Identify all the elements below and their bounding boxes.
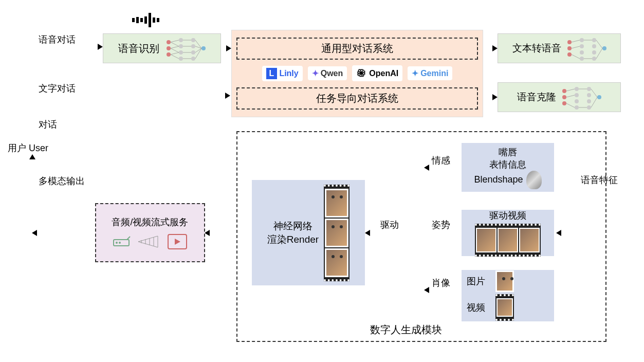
portrait-box: 图片 视频 — [462, 270, 554, 321]
svg-line-39 — [572, 46, 580, 48]
line-speech-down — [0, 223, 1, 362]
router-icon — [113, 236, 133, 248]
task-dialog-box: 任务导向对话系统 — [236, 87, 478, 110]
svg-point-4 — [179, 44, 183, 48]
renderer-line1: 神经网络 — [267, 220, 319, 233]
edge-emotion-label: 情感 — [432, 154, 450, 167]
arrow-head-voice — [98, 44, 103, 50]
user-en: User — [29, 143, 48, 153]
arrow-head-emotion — [424, 165, 429, 171]
edge-voice-dialog-label: 语音对话 — [39, 33, 76, 46]
svg-line-14 — [171, 46, 179, 48]
svg-point-53 — [587, 93, 591, 97]
svg-point-10 — [191, 57, 195, 61]
asr-label: 语音识别 — [118, 42, 159, 56]
user-cn: 用户 — [8, 143, 26, 153]
renderer-box: 神经网络 渲染Render — [252, 180, 365, 285]
qwen-logo: ✦Qwen — [308, 66, 347, 80]
svg-marker-73 — [175, 239, 180, 245]
image-label: 图片 — [467, 275, 485, 287]
image-row: 图片 — [467, 270, 514, 292]
svg-point-35 — [592, 50, 596, 55]
video-row: 视频 — [467, 294, 514, 321]
avatar-module-label: 数字人生成模块 — [370, 323, 442, 337]
arrow-head-text — [225, 93, 230, 99]
head-3d-icon — [526, 171, 542, 189]
svg-point-48 — [575, 87, 579, 91]
arrow-head-dialog-clone — [492, 94, 498, 100]
user-vertical-line — [0, 0, 1, 216]
arrow-head-asr-dialog — [226, 45, 231, 51]
blendshape-l3: Blendshape — [474, 174, 523, 185]
arrow-head-stream-user — [32, 230, 37, 236]
svg-line-40 — [572, 55, 580, 59]
svg-line-25 — [195, 48, 201, 59]
voice-clone-label: 语音克隆 — [517, 90, 556, 104]
svg-line-57 — [566, 89, 575, 91]
svg-point-50 — [575, 99, 579, 103]
gemini-logo: ✦Gemini — [408, 66, 452, 80]
svg-point-65 — [116, 242, 118, 244]
svg-line-38 — [572, 40, 580, 42]
streaming-box: 音频/视频流式服务 — [95, 203, 205, 262]
svg-point-45 — [562, 89, 566, 93]
openai-logo: ֍OpenAI — [352, 65, 402, 81]
svg-line-44 — [596, 48, 602, 59]
svg-point-54 — [587, 99, 591, 103]
line-clone-out — [0, 222, 13, 223]
svg-point-34 — [592, 44, 596, 48]
svg-point-31 — [580, 50, 584, 55]
svg-point-30 — [580, 44, 584, 48]
svg-point-33 — [592, 38, 596, 42]
svg-point-3 — [179, 38, 183, 42]
svg-point-51 — [575, 105, 579, 110]
svg-point-36 — [592, 57, 596, 61]
logos-row: LLinly ✦Qwen ֍OpenAI ✦Gemini — [262, 65, 453, 81]
streaming-label: 音频/视频流式服务 — [112, 216, 188, 228]
drive-video-filmstrip — [475, 224, 541, 257]
svg-point-9 — [191, 50, 195, 55]
portrait-image-icon — [495, 270, 514, 292]
svg-point-32 — [580, 57, 584, 61]
edge-multimodal-label: 多模态输出 — [39, 175, 85, 187]
svg-line-13 — [171, 42, 179, 46]
svg-point-5 — [179, 50, 183, 55]
streaming-icons — [113, 233, 188, 250]
svg-point-8 — [191, 44, 195, 48]
svg-point-2 — [167, 52, 171, 57]
blendshape-l3-row: Blendshape — [474, 171, 541, 189]
svg-point-49 — [575, 93, 579, 97]
svg-line-58 — [566, 95, 575, 97]
voice-clone-box: 语音克隆 — [498, 82, 621, 112]
waveform-icon — [132, 13, 159, 27]
svg-line-12 — [171, 40, 179, 42]
edge-drive-label: 驱动 — [380, 219, 399, 231]
video-player-icon — [167, 233, 188, 250]
svg-line-17 — [171, 55, 179, 59]
svg-point-56 — [597, 95, 601, 99]
svg-line-62 — [591, 89, 597, 97]
svg-line-16 — [171, 52, 179, 55]
rendered-filmstrip — [324, 185, 349, 281]
signal-cone-icon — [137, 234, 163, 249]
svg-point-47 — [562, 101, 566, 105]
asr-box: 语音识别 — [103, 33, 221, 63]
blendshape-l2: 表情信息 — [489, 158, 526, 171]
neural-network-icon-tts — [565, 35, 606, 61]
edge-pose-label: 姿势 — [432, 219, 450, 231]
blendshape-l1: 嘴唇 — [499, 146, 517, 158]
neural-network-icon — [164, 35, 206, 61]
tts-label: 文本转语音 — [512, 42, 561, 55]
neural-network-icon-clone — [560, 84, 601, 110]
svg-point-27 — [567, 46, 572, 50]
user-label: 用户 User — [8, 142, 48, 154]
svg-point-55 — [587, 105, 591, 110]
svg-line-59 — [566, 103, 575, 107]
svg-point-6 — [179, 57, 183, 61]
video-label: 视频 — [467, 301, 485, 314]
dialog-system-container: 通用型对话系统 LLinly ✦Qwen ֍OpenAI ✦Gemini 任务导… — [231, 30, 483, 117]
blendshape-box: 嘴唇 表情信息 Blendshape — [462, 143, 554, 192]
edge-text-dialog-label: 文字对话 — [39, 82, 76, 95]
svg-line-15 — [171, 48, 179, 52]
svg-point-0 — [167, 40, 171, 44]
